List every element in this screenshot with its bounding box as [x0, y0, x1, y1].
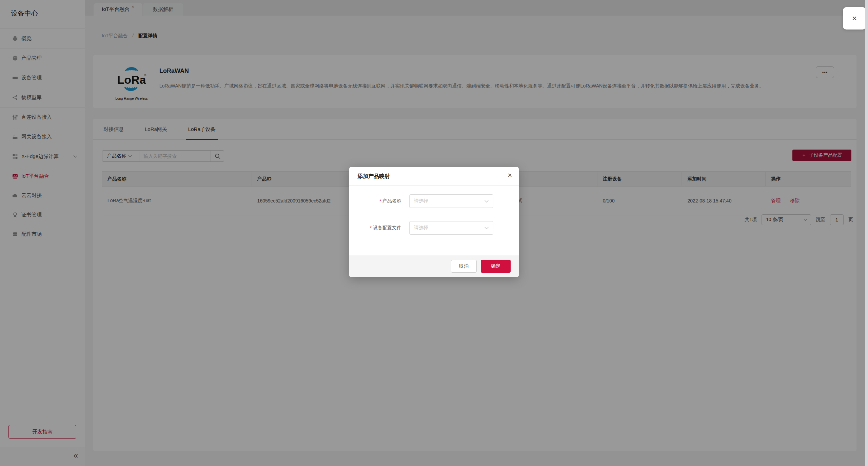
required-mark: *	[379, 198, 381, 203]
select-placeholder: 请选择	[414, 198, 428, 204]
required-mark: *	[370, 225, 372, 230]
chevron-down-icon	[485, 225, 488, 229]
close-modal-icon[interactable]: ×	[508, 171, 512, 180]
modal-footer: 取消 确定	[349, 255, 519, 277]
chevron-down-icon	[485, 198, 488, 202]
app-root: 设备中心 概览 产品管理 设备管理 物模型库 直连设备接入 网关设备接入 X	[0, 0, 868, 466]
field-label: *设备配置文件	[349, 225, 401, 231]
add-product-mapping-modal: 添加产品映射 × *产品名称 请选择 *设备配置文件 请选择 取消 确定	[349, 167, 519, 277]
modal-header: 添加产品映射 ×	[349, 167, 519, 186]
window-close-button[interactable]: ×	[843, 7, 866, 30]
form-row-device-profile: *设备配置文件 请选择	[349, 221, 519, 235]
cancel-button[interactable]: 取消	[451, 260, 477, 273]
select-placeholder: 请选择	[414, 225, 428, 231]
device-profile-select[interactable]: 请选择	[409, 221, 493, 235]
form-row-product-name: *产品名称 请选择	[349, 194, 519, 208]
confirm-button[interactable]: 确定	[481, 260, 511, 273]
field-label: *产品名称	[349, 198, 401, 204]
close-icon: ×	[852, 14, 857, 23]
modal-title: 添加产品映射	[357, 173, 390, 180]
scrollbar[interactable]	[865, 0, 868, 466]
product-name-select[interactable]: 请选择	[409, 194, 493, 208]
